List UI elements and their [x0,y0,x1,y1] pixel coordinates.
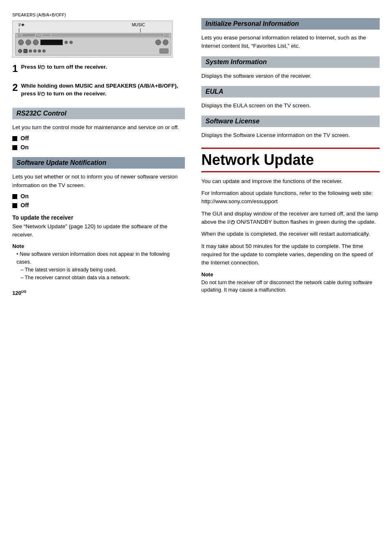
square-icon-on2 [12,194,17,199]
page-num-text: 120 [12,290,21,297]
rs232c-header: RS232C Control [12,108,185,119]
step1-num: 1 [12,63,18,74]
initialize-section: Initialize Personal Information Lets you… [201,18,380,51]
right-column: Initialize Personal Information Lets you… [193,8,392,544]
network-update-url: http://www.sony.com/essupport [201,198,278,204]
page: SPEAKERS (A/B/A+B/OFF) I/❖ MUSIC | | [0,0,392,556]
on-label: On [21,144,28,151]
page-number: 120US [12,290,185,296]
page-sup: US [21,290,27,294]
rs232c-body: Let you turn the control mode for mainte… [12,123,185,132]
device-diagram: I/❖ MUSIC | | [12,21,173,58]
step1: 1 Press I/ to turn off the receiver. [12,63,185,78]
software-update-notification-body: Lets you set whether or not to inform yo… [12,173,185,190]
arrow-right: | [140,28,141,32]
step1-text: 1 Press I/ to turn off the receiver. [12,63,185,74]
square-icon-off [12,136,17,141]
initialize-body: Lets you erase personal information rela… [201,34,380,51]
io-label: I/❖ [18,23,25,27]
note-item-1: New software version information does no… [16,250,185,266]
to-update-section: To update the receiver See “Network Upda… [12,214,185,282]
step2-text: 2 While holding down MUSIC and SPEAKERS … [12,82,185,98]
diagram-section: SPEAKERS (A/B/A+B/OFF) I/❖ MUSIC | | [12,12,185,58]
step1-content: Press I/ to turn off the receiver. [21,64,107,70]
note-item-2: The latest version is already being used… [16,266,185,274]
sun-off-label: Off [21,202,29,208]
network-update-heading: Network Update [201,148,380,172]
system-info-header: System Information [201,56,380,68]
note-text-right: Do not turn the receiver off or disconne… [201,279,380,294]
rs232c-on: On [12,144,185,151]
network-update-para1: You can update and improve the functions… [201,177,380,185]
receiver-body [15,33,171,56]
note-label-right: Note [201,271,380,278]
software-license-header: Software License [201,116,380,127]
arrow-left: | [18,28,20,32]
speakers-label: SPEAKERS (A/B/A+B/OFF) [12,12,185,17]
eula-section: EULA Displays the EULA screen on the TV … [201,86,380,110]
square-icon-on [12,145,17,150]
to-update-heading: To update the receiver [12,214,185,221]
network-update-para5: It may take about 50 minutes for the upd… [201,242,380,267]
eula-body: Displays the EULA screen on the TV scree… [201,102,380,110]
to-update-body: See “Network Update” (page 120) to updat… [12,222,185,239]
off-label: Off [21,135,29,141]
left-column: SPEAKERS (A/B/A+B/OFF) I/❖ MUSIC | | [0,8,193,544]
square-icon-off2 [12,203,17,208]
network-update-para3: The GUI and display window of the receiv… [201,210,380,227]
note-item-3: The receiver cannot obtain data via a ne… [16,274,185,282]
note-list-left: New software version information does no… [12,250,185,281]
music-label: MUSIC [132,23,145,27]
step2-content: While holding down MUSIC and SPEAKERS (A… [21,83,178,97]
network-update-section: Network Update You can update and improv… [201,148,380,294]
step2-num: 2 [12,82,18,93]
system-info-body: Displays the software version of the rec… [201,72,380,80]
note-label-left: Note [12,243,185,249]
rs232c-off: Off [12,135,185,141]
network-update-para2: For information about update functions, … [201,189,380,206]
sun-on-label: On [21,193,28,199]
sun-off: Off [12,202,185,208]
software-update-notification-header: Software Update Notification [12,157,185,169]
rs232c-section: RS232C Control Let you turn the control … [12,108,185,151]
eula-header: EULA [201,86,380,97]
initialize-header: Initialize Personal Information [201,18,380,30]
software-update-notification-section: Software Update Notification Lets you se… [12,157,185,208]
software-license-body: Displays the Software License informatio… [201,131,380,139]
sun-on: On [12,193,185,199]
para3b-text: ON/STANDBY button flashes in green durin… [235,219,376,225]
network-update-para4: When the update is completed, the receiv… [201,230,380,238]
system-info-section: System Information Displays the software… [201,56,380,80]
step2: 2 While holding down MUSIC and SPEAKERS … [12,82,185,102]
para2-text: For information about update functions, … [201,190,373,196]
software-license-section: Software License Displays the Software L… [201,116,380,139]
